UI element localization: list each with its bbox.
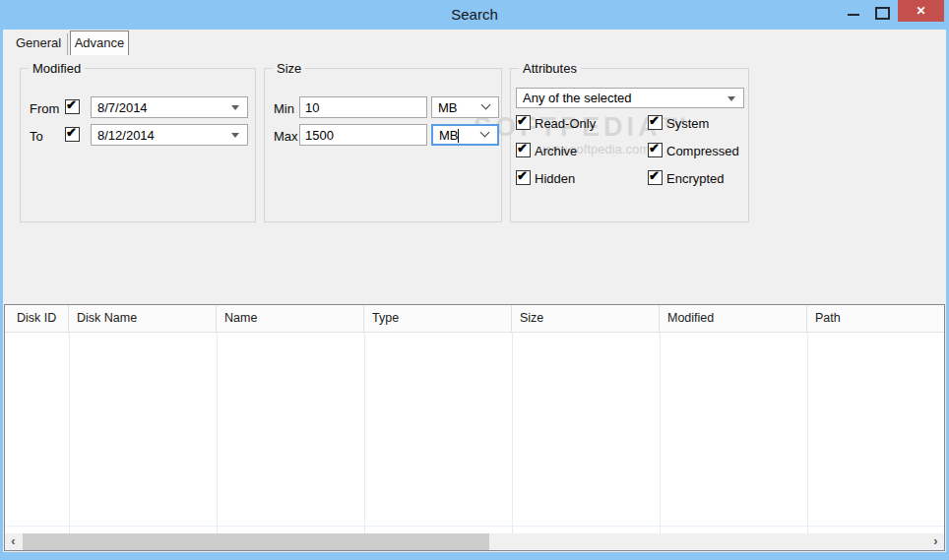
checkbox-encrypted[interactable] bbox=[648, 170, 663, 185]
checkbox-system-label: System bbox=[666, 116, 709, 131]
checkbox-compressed[interactable] bbox=[648, 143, 663, 157]
scroll-right-icon[interactable]: › bbox=[927, 533, 944, 550]
from-label: From bbox=[30, 101, 59, 116]
text-caret bbox=[458, 129, 459, 143]
tab-advance[interactable]: Advance bbox=[70, 31, 129, 55]
attributes-mode-combo[interactable]: Any of the selected bbox=[516, 88, 744, 108]
max-size-input[interactable] bbox=[299, 124, 427, 146]
checkbox-archive-label: Archive bbox=[535, 144, 577, 158]
group-size-title: Size bbox=[273, 61, 305, 76]
horizontal-scrollbar[interactable]: ‹ › bbox=[5, 533, 944, 550]
max-label: Max bbox=[274, 129, 298, 144]
from-date-picker[interactable]: 8/7/2014 bbox=[91, 96, 248, 118]
close-button[interactable]: ✕ bbox=[898, 0, 944, 22]
min-size-input[interactable] bbox=[299, 96, 427, 118]
to-label: To bbox=[30, 129, 43, 144]
column-header-path[interactable]: Path bbox=[807, 305, 944, 332]
maximize-icon[interactable] bbox=[875, 7, 890, 20]
to-date-picker[interactable]: 8/12/2014 bbox=[91, 124, 248, 146]
dropdown-arrow-icon bbox=[728, 96, 735, 101]
column-gridline bbox=[660, 332, 661, 533]
column-gridline bbox=[69, 332, 70, 533]
combo-chevron-icon bbox=[482, 101, 490, 109]
column-header-type[interactable]: Type bbox=[364, 305, 512, 332]
column-header-disk-id[interactable]: Disk ID bbox=[5, 305, 69, 332]
attributes-mode-value: Any of the selected bbox=[523, 91, 632, 105]
group-attributes-title: Attributes bbox=[519, 61, 581, 76]
column-gridline bbox=[217, 332, 218, 533]
to-date-value: 8/12/2014 bbox=[97, 128, 155, 143]
column-header-size[interactable]: Size bbox=[512, 305, 660, 332]
tab-general[interactable]: General bbox=[10, 33, 68, 55]
combo-chevron-icon bbox=[481, 129, 489, 137]
checkbox-archive[interactable] bbox=[516, 143, 531, 157]
title-bar: Search ✕ bbox=[0, 0, 949, 30]
from-date-value: 8/7/2014 bbox=[97, 100, 148, 115]
window-title: Search bbox=[0, 6, 949, 23]
checkbox-read-only[interactable] bbox=[516, 115, 531, 130]
table-header: Disk ID Disk Name Name Type Size Modifie… bbox=[5, 305, 944, 333]
column-gridline bbox=[807, 332, 808, 533]
dropdown-arrow-icon bbox=[231, 105, 239, 110]
min-unit-combo[interactable]: MB bbox=[431, 96, 499, 118]
column-gridline bbox=[512, 332, 513, 533]
checkbox-read-only-label: Read-Only bbox=[535, 116, 596, 131]
checkbox-hidden[interactable] bbox=[516, 170, 531, 185]
max-unit-value: MB bbox=[439, 128, 459, 143]
max-unit-combo[interactable]: MB bbox=[431, 124, 499, 146]
column-header-disk-name[interactable]: Disk Name bbox=[69, 305, 217, 332]
dropdown-arrow-icon bbox=[231, 133, 239, 138]
column-gridline bbox=[364, 332, 365, 533]
row-gridline bbox=[5, 526, 944, 527]
scroll-left-icon[interactable]: ‹ bbox=[5, 533, 22, 550]
minimize-icon[interactable] bbox=[848, 14, 859, 16]
min-unit-value: MB bbox=[438, 100, 458, 115]
to-checkbox[interactable] bbox=[65, 127, 80, 142]
tab-strip: General Advance bbox=[3, 30, 946, 55]
from-checkbox[interactable] bbox=[65, 99, 80, 114]
results-table: Disk ID Disk Name Name Type Size Modifie… bbox=[4, 304, 945, 551]
search-window: Search ✕ General Advance SOFTPEDIA™ www.… bbox=[0, 0, 949, 560]
checkbox-system[interactable] bbox=[648, 115, 663, 130]
group-modified-title: Modified bbox=[29, 61, 85, 76]
min-label: Min bbox=[274, 101, 294, 116]
dialog-client-area: General Advance SOFTPEDIA™ www.softpedia… bbox=[3, 30, 946, 552]
checkbox-hidden-label: Hidden bbox=[535, 171, 575, 186]
column-header-name[interactable]: Name bbox=[217, 305, 364, 332]
checkbox-compressed-label: Compressed bbox=[666, 144, 739, 158]
column-header-modified[interactable]: Modified bbox=[660, 305, 807, 332]
scrollbar-thumb[interactable] bbox=[23, 533, 489, 550]
checkbox-encrypted-label: Encrypted bbox=[666, 171, 725, 186]
